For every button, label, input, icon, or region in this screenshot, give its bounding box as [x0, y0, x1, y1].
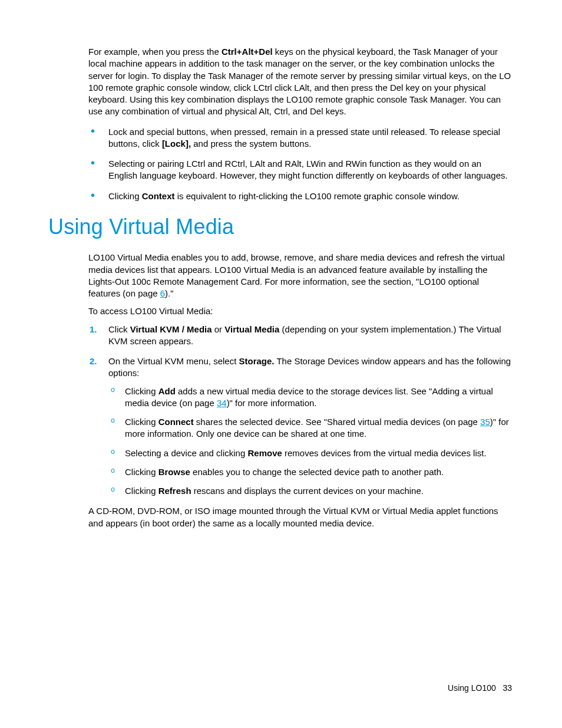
intro-paragraph: For example, when you press the Ctrl+Alt… [88, 46, 512, 118]
bullet-item: Lock and special buttons, when pressed, … [88, 126, 512, 150]
text: Clicking [125, 486, 158, 496]
text: )" for more information. [227, 398, 317, 408]
text: Selecting or pairing LCtrl and RCtrl, LA… [108, 159, 508, 180]
text: LO100 Virtual Media enables you to add, … [88, 252, 505, 298]
text: enables you to change the selected devic… [190, 467, 444, 477]
text: rescans and displays the current devices… [191, 486, 424, 496]
page-number: 33 [503, 683, 512, 693]
numbered-list: Click Virtual KVM / Media or Virtual Med… [88, 324, 512, 498]
text: shares the selected device. See "Shared … [194, 417, 480, 427]
bold-text: Virtual Media [224, 324, 279, 334]
step-item: Click Virtual KVM / Media or Virtual Med… [88, 324, 512, 348]
bullet-item: Selecting or pairing LCtrl and RCtrl, LA… [88, 158, 512, 182]
bold-text: [Lock], [162, 139, 191, 149]
text: Clicking [125, 417, 158, 427]
bullet-list: Lock and special buttons, when pressed, … [88, 126, 512, 202]
page-content: For example, when you press the Ctrl+Alt… [0, 0, 562, 529]
text: )." [165, 288, 174, 298]
paragraph: LO100 Virtual Media enables you to add, … [88, 252, 512, 299]
sub-item: Clicking Refresh rescans and displays th… [108, 485, 512, 497]
bold-text: Browse [158, 467, 190, 477]
text: On the Virtual KVM menu, select [108, 356, 239, 366]
sub-item: Clicking Browse enables you to change th… [108, 466, 512, 478]
text: is equivalent to right-clicking the LO10… [175, 191, 460, 201]
text: Clicking [125, 467, 158, 477]
bold-text: Context [142, 191, 175, 201]
footer-label: Using LO100 [448, 683, 496, 693]
text: Clicking [125, 386, 158, 396]
sub-item: Clicking Connect shares the selected dev… [108, 416, 512, 440]
sub-list: Clicking Add adds a new virtual media de… [108, 386, 512, 498]
page-link-34[interactable]: 34 [217, 398, 227, 408]
bold-text: Connect [158, 417, 194, 427]
section-heading: Using Virtual Media [48, 213, 512, 242]
text: or [212, 324, 225, 334]
bold-text: Virtual KVM / Media [130, 324, 212, 334]
text: For example, when you press the [88, 47, 222, 57]
text: keys on the physical keyboard, the Task … [88, 47, 511, 116]
text: Clicking [108, 191, 142, 201]
paragraph: To access LO100 Virtual Media: [88, 305, 512, 317]
text: and press the system buttons. [191, 139, 311, 149]
sub-item: Clicking Add adds a new virtual media de… [108, 386, 512, 410]
text: Selecting a device and clicking [125, 448, 247, 458]
bold-text: Ctrl+Alt+Del [222, 47, 273, 57]
bullet-item: Clicking Context is equivalent to right-… [88, 190, 512, 202]
bold-text: Add [158, 386, 176, 396]
sub-item: Selecting a device and clicking Remove r… [108, 447, 512, 459]
page-link-6[interactable]: 6 [160, 288, 165, 298]
page-link-35[interactable]: 35 [480, 417, 490, 427]
bold-text: Storage. [239, 356, 275, 366]
page-footer: Using LO100 33 [448, 683, 512, 694]
closing-paragraph: A CD-ROM, DVD-ROM, or ISO image mounted … [88, 505, 512, 529]
text: removes devices from the virtual media d… [282, 448, 487, 458]
text: Click [108, 324, 130, 334]
bold-text: Refresh [158, 486, 191, 496]
step-item: On the Virtual KVM menu, select Storage.… [88, 355, 512, 497]
bold-text: Remove [247, 448, 282, 458]
